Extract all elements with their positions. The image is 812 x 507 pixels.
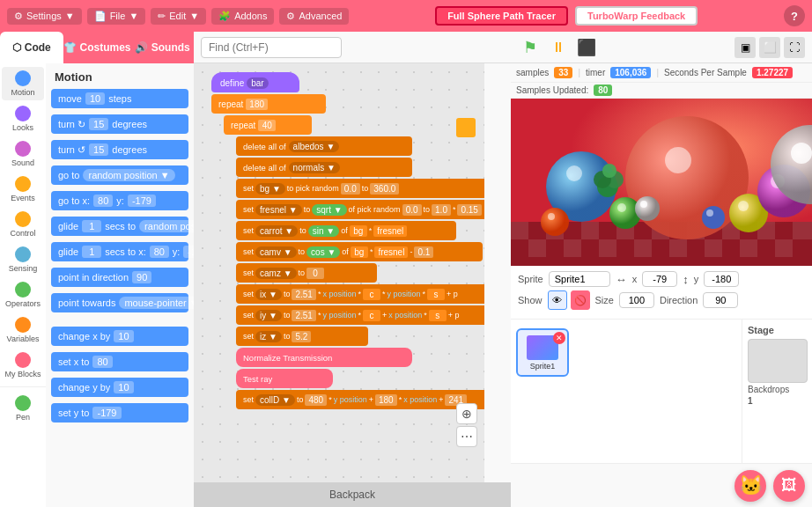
backpack-label: Backpack xyxy=(329,489,375,501)
block-normalize[interactable]: Normalize Transmission xyxy=(236,348,412,367)
fullscreen-button[interactable]: ⛶ xyxy=(784,37,805,58)
block-delete-normals[interactable]: delete all of normals ▼ xyxy=(236,158,412,177)
block-set-fresnel[interactable]: set fresnel ▼ to sqrt ▼ of pick random 0… xyxy=(236,200,484,219)
y-label: y xyxy=(694,274,699,284)
blocks-panel: Motion move 10 steps turn ↻ 15 degrees t… xyxy=(46,63,194,507)
block-set-bg[interactable]: set bg ▼ to pick random 0.0 to 360.0 xyxy=(236,179,484,198)
block-set-x[interactable]: set x to 80 xyxy=(51,352,188,371)
top-bar: ⚙ Settings ▼ 📄 File ▼ ✏ Edit ▼ 🧩 Addons … xyxy=(0,0,812,32)
block-turn-cw[interactable]: turn ↻ 15 degrees xyxy=(51,114,188,134)
tab-costumes[interactable]: 👕 Costumes xyxy=(63,32,131,63)
block-set-camv[interactable]: set camv ▼ to cos ▼ of bg * fresnel - 0.… xyxy=(236,242,483,261)
block-change-y[interactable]: change y by 10 xyxy=(51,378,188,397)
block-point-dir[interactable]: point in direction 90 xyxy=(51,268,188,287)
svg-rect-14 xyxy=(634,239,652,257)
block-point-towards[interactable]: point towards mouse-pointer ▼ xyxy=(51,293,188,312)
category-sensing-label: Sensing xyxy=(9,264,38,273)
add-sprite-button[interactable]: 🐱 xyxy=(734,470,766,502)
show-visible-button[interactable]: 👁 xyxy=(548,290,567,310)
block-set-iz[interactable]: set iz ▼ to 5.2 xyxy=(236,327,368,346)
sprite-label: Sprite xyxy=(518,274,543,284)
block-change-x[interactable]: change x by 10 xyxy=(51,327,188,346)
left-panel: ⬡ Code 👕 Costumes 🔊 Sounds Motion xyxy=(0,32,194,507)
block-goto-random[interactable]: go to random position ▼ xyxy=(51,165,188,185)
tab-sounds[interactable]: 🔊 Sounds xyxy=(131,32,195,63)
svg-rect-17 xyxy=(740,239,757,257)
block-set-camz[interactable]: set camz ▼ to 0 xyxy=(236,263,377,283)
block-set-iy[interactable]: set iy ▼ to 2.51 * y position * c + x po… xyxy=(236,305,484,325)
direction-input[interactable] xyxy=(703,292,738,308)
sounds-icon: 🔊 xyxy=(135,41,148,54)
x-input[interactable] xyxy=(642,271,677,287)
pause-button[interactable]: ⏸ xyxy=(546,35,571,60)
show-hidden-button[interactable]: 🚫 xyxy=(571,290,590,310)
block-repeat-40[interactable]: repeat 40 xyxy=(224,115,312,135)
block-set-coll[interactable]: set collD ▼ to 480 * y position + 180 * … xyxy=(236,390,484,409)
block-turn-ccw[interactable]: turn ↺ 15 degrees xyxy=(51,140,188,159)
size-input[interactable] xyxy=(619,292,654,308)
backpack-bar[interactable]: Backpack xyxy=(194,482,511,507)
samples-updated-bar: Samples Updated: 80 xyxy=(511,83,812,99)
path-tracer-button[interactable]: Full Sphere Path Tracer xyxy=(435,6,568,26)
category-variables-label: Variables xyxy=(7,334,40,343)
category-sound[interactable]: Sound xyxy=(2,137,44,171)
stage-backdrop-thumb[interactable] xyxy=(748,339,808,383)
block-move[interactable]: move 10 steps xyxy=(51,89,188,108)
svg-point-36 xyxy=(602,164,616,178)
sprite1-label: Sprite1 xyxy=(530,362,556,371)
block-set-carrot[interactable]: set carrot ▼ to sin ▼ of bg * fresnel xyxy=(236,221,456,240)
big-stage-button[interactable]: ⬜ xyxy=(759,37,780,58)
tab-code[interactable]: ⬡ Code xyxy=(0,32,63,63)
backdrops-count: 1 xyxy=(748,396,807,406)
category-events[interactable]: Events xyxy=(2,173,44,206)
settings-button[interactable]: ⚙ Settings ▼ xyxy=(7,8,82,25)
advanced-button[interactable]: ⚙ Advanced xyxy=(279,8,349,25)
block-define-bar[interactable]: define bar xyxy=(211,72,299,92)
block-goto-xy[interactable]: go to x: 80 y: -179 xyxy=(51,191,188,210)
file-button[interactable]: 📄 File ▼ xyxy=(87,8,146,25)
operators-dot xyxy=(15,282,31,298)
timer-value: 106,036 xyxy=(610,67,651,78)
block-glide-xy[interactable]: glide 1 secs to x: 80 y: -179 xyxy=(51,242,188,261)
zoom-in-button[interactable]: ⊕ xyxy=(456,403,477,424)
svg-point-31 xyxy=(541,208,569,236)
sprite-name-input[interactable] xyxy=(549,271,610,287)
add-backdrop-button[interactable]: 🖼 xyxy=(773,470,805,502)
sensing-dot xyxy=(15,246,31,262)
block-glide-random[interactable]: glide 1 secs to random position ▼ xyxy=(51,217,188,236)
block-testray[interactable]: Test ray xyxy=(236,369,333,388)
category-variables[interactable]: Variables xyxy=(2,313,44,347)
svg-point-26 xyxy=(738,201,749,211)
search-input[interactable] xyxy=(201,37,342,58)
category-myblocks[interactable]: My Blocks xyxy=(2,349,44,382)
addons-button[interactable]: 🧩 Addons xyxy=(211,8,274,25)
turbowarp-button[interactable]: TurboWarp Feedback xyxy=(575,6,698,26)
category-control[interactable]: Control xyxy=(2,208,44,241)
help-button[interactable]: ? xyxy=(784,5,805,26)
svg-point-38 xyxy=(706,209,713,217)
y-input[interactable] xyxy=(704,271,739,287)
block-delete-albedos[interactable]: delete all of albedos ▼ xyxy=(236,136,412,156)
category-motion[interactable]: Motion xyxy=(2,67,44,100)
small-stage-button[interactable]: ▣ xyxy=(734,37,756,58)
categories-panel: Motion Looks Sound Events Control xyxy=(0,63,46,507)
edit-button[interactable]: ✏ Edit ▼ xyxy=(151,8,206,25)
svg-point-37 xyxy=(702,206,725,229)
more-button[interactable]: ⋯ xyxy=(456,426,477,447)
stop-button[interactable]: ⬛ xyxy=(574,35,599,60)
stage-preview[interactable] xyxy=(511,99,812,266)
category-sensing[interactable]: Sensing xyxy=(2,243,44,276)
sprite1-thumb[interactable]: Sprite1 ✕ xyxy=(516,328,569,377)
category-operators[interactable]: Operators xyxy=(2,278,44,312)
category-pen[interactable]: Pen xyxy=(2,392,44,425)
svg-point-40 xyxy=(791,143,812,164)
size-label: Size xyxy=(595,295,614,305)
category-looks[interactable]: Looks xyxy=(2,102,44,136)
green-flag-button[interactable]: ⚑ xyxy=(518,35,543,60)
code-area[interactable]: define bar repeat 180 repeat 40 delete a… xyxy=(194,63,484,482)
block-set-y[interactable]: set y to -179 xyxy=(51,403,188,422)
block-repeat-180[interactable]: repeat 180 xyxy=(211,94,326,114)
block-set-ix[interactable]: set ix ▼ to 2.51 * x position * c * y po… xyxy=(236,284,484,304)
sprite1-delete-button[interactable]: ✕ xyxy=(553,332,565,344)
updown-icon: ↕ xyxy=(683,273,689,286)
